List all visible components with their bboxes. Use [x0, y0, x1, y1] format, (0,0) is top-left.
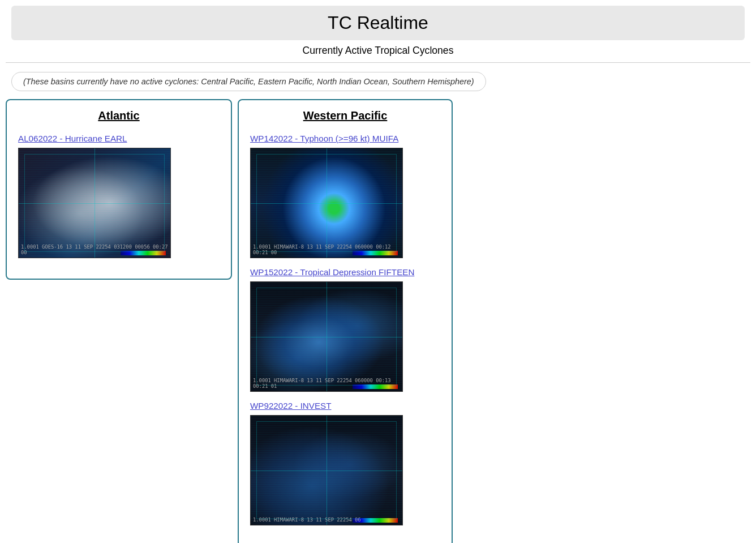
- atlantic-basin-heading: Atlantic: [18, 109, 220, 122]
- image-label: 1.0001 HIMAWARI-8 13 11 SEP 22254 06: [253, 517, 361, 523]
- storm-image-wp142022: 1.0001 HIMAWARI-8 13 11 SEP 22254 060000…: [250, 148, 403, 258]
- header-divider: [6, 62, 750, 63]
- image-label: 1.0001 GOES-16 13 11 SEP 22254 031200 00…: [21, 244, 170, 255]
- atlantic-basin-card: Atlantic AL062022 - Hurricane EARL 1.000…: [6, 99, 232, 280]
- image-label: 1.0001 HIMAWARI-8 13 11 SEP 22254 060000…: [253, 244, 402, 255]
- image-label: 1.0001 HIMAWARI-8 13 11 SEP 22254 060000…: [253, 378, 402, 389]
- storm-image-wp152022: 1.0001 HIMAWARI-8 13 11 SEP 22254 060000…: [250, 281, 403, 392]
- storm-link-al062022[interactable]: AL062022 - Hurricane EARL: [18, 134, 220, 143]
- crosshair-v: [327, 416, 327, 525]
- crosshair-v: [327, 282, 327, 391]
- storm-link-wp152022[interactable]: WP152022 - Tropical Depression FIFTEEN: [250, 267, 440, 277]
- western-pacific-basin-heading: Western Pacific: [250, 109, 440, 122]
- crosshair-v: [94, 148, 95, 258]
- basins-container: Atlantic AL062022 - Hurricane EARL 1.000…: [0, 99, 756, 543]
- storm-image-al062022: 1.0001 GOES-16 13 11 SEP 22254 031200 00…: [18, 148, 171, 258]
- header-title-bar: TC Realtime: [11, 6, 745, 40]
- storm-link-wp142022[interactable]: WP142022 - Typhoon (>=96 kt) MUIFA: [250, 134, 440, 143]
- subtitle: Currently Active Tropical Cyclones: [0, 40, 756, 57]
- page-title: TC Realtime: [23, 12, 733, 33]
- storm-link-wp922022[interactable]: WP922022 - INVEST: [250, 401, 440, 411]
- western-pacific-basin-card: Western Pacific WP142022 - Typhoon (>=96…: [238, 99, 453, 543]
- crosshair-v: [327, 148, 327, 258]
- storm-image-wp922022: 1.0001 HIMAWARI-8 13 11 SEP 22254 06: [250, 415, 403, 525]
- no-activity-notice: (These basins currently have no active c…: [11, 72, 486, 91]
